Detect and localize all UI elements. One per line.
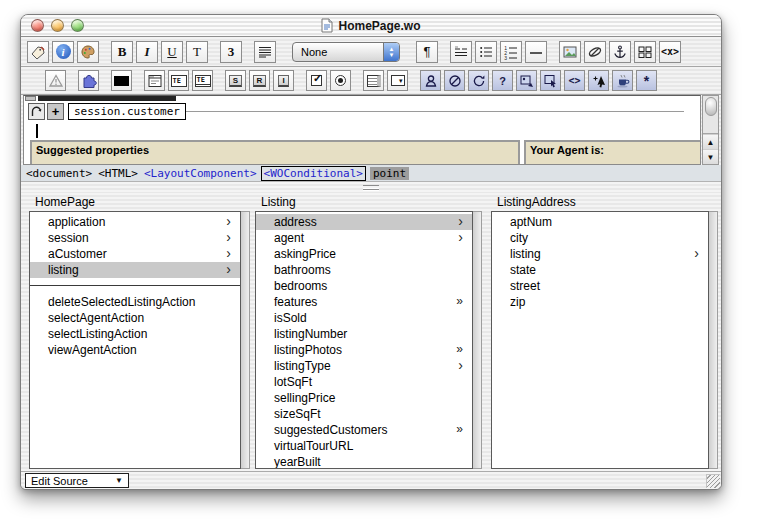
list-item[interactable]: bathrooms bbox=[256, 262, 472, 278]
column-scrollbar-track[interactable] bbox=[473, 211, 482, 469]
list-item[interactable]: listingType› bbox=[256, 358, 472, 374]
pointer-element-button[interactable] bbox=[588, 70, 609, 91]
scroll-up-button[interactable]: ▲ bbox=[703, 134, 718, 149]
list-item[interactable]: address› bbox=[256, 214, 472, 230]
column-scrollbar-track[interactable] bbox=[241, 211, 250, 469]
help-element-button[interactable]: ? bbox=[492, 70, 513, 91]
minimize-button[interactable] bbox=[51, 19, 64, 32]
list-item[interactable]: listingNumber bbox=[256, 326, 472, 342]
path-segment[interactable]: <HTML> bbox=[98, 167, 138, 180]
keypath-field[interactable]: session.customer bbox=[68, 103, 186, 120]
popup-element-button[interactable]: ▾ bbox=[387, 70, 408, 91]
alignment-button[interactable] bbox=[254, 41, 276, 63]
splitter-grip-icon[interactable] bbox=[363, 185, 379, 190]
form-button[interactable] bbox=[144, 70, 165, 91]
image-person-element-button[interactable] bbox=[516, 70, 537, 91]
bold-button[interactable]: B bbox=[111, 41, 133, 63]
definition-list-button[interactable] bbox=[450, 41, 472, 63]
numbered-list-button[interactable]: 123 bbox=[500, 41, 522, 63]
path-segment[interactable]: <WOConditional> bbox=[261, 166, 366, 181]
table-cell-suggested-properties[interactable]: Suggested properties bbox=[30, 140, 520, 165]
person-element-button[interactable] bbox=[420, 70, 441, 91]
text-field-button[interactable]: TE bbox=[168, 70, 189, 91]
info-button[interactable]: i bbox=[52, 41, 74, 63]
close-button[interactable] bbox=[31, 19, 44, 32]
trace-keypath-button[interactable] bbox=[28, 103, 45, 120]
window-resize-grip[interactable] bbox=[706, 474, 720, 488]
list-item[interactable]: session› bbox=[30, 230, 240, 246]
paragraph-style-popup[interactable]: None ▲▼ bbox=[292, 42, 400, 62]
input-button-element[interactable]: I bbox=[273, 70, 294, 91]
vertical-scrollbar[interactable]: ▲ ▼ bbox=[702, 95, 719, 165]
column-scrollbar-track[interactable] bbox=[709, 211, 718, 469]
submit-button-element[interactable]: S bbox=[225, 70, 246, 91]
scroll-down-button[interactable]: ▼ bbox=[703, 149, 718, 164]
wo-tag-element-button[interactable]: <> bbox=[564, 70, 585, 91]
list-item[interactable]: selectListingAction bbox=[30, 326, 240, 342]
text-area-button[interactable]: TE bbox=[192, 70, 213, 91]
list-item[interactable]: virtualTourURL bbox=[256, 438, 472, 454]
validation-button[interactable] bbox=[45, 70, 66, 91]
image-cursor-element-button[interactable] bbox=[540, 70, 561, 91]
editor-canvas[interactable]: + session.customer Suggested properties … bbox=[23, 95, 701, 165]
path-segment[interactable]: <document> bbox=[26, 167, 92, 180]
zoom-button[interactable] bbox=[71, 19, 84, 32]
radio-element-button[interactable] bbox=[330, 70, 351, 91]
list-item[interactable]: viewAgentAction bbox=[30, 342, 240, 358]
window-titlebar[interactable]: HomePage.wo bbox=[21, 15, 721, 37]
list-item[interactable]: suggestedCustomers» bbox=[256, 422, 472, 438]
list-item[interactable]: sellingPrice bbox=[256, 390, 472, 406]
list-item[interactable]: application› bbox=[30, 214, 240, 230]
horizontal-rule-button[interactable] bbox=[525, 41, 547, 63]
paragraph-button[interactable]: ¶ bbox=[416, 41, 438, 63]
italic-button[interactable]: I bbox=[136, 41, 158, 63]
teletype-button[interactable]: T bbox=[186, 41, 208, 63]
custom-element-button[interactable]: * bbox=[636, 70, 657, 91]
table-cell-your-agent[interactable]: Your Agent is: bbox=[524, 140, 701, 165]
anchor-button[interactable] bbox=[609, 41, 631, 63]
list-item[interactable]: listing› bbox=[30, 262, 240, 278]
checkbox-element-button[interactable]: ✓ bbox=[306, 70, 327, 91]
list-item-label: askingPrice bbox=[274, 247, 336, 261]
list-item[interactable]: street bbox=[492, 278, 708, 294]
list-item[interactable]: aptNum bbox=[492, 214, 708, 230]
edit-mode-popup[interactable]: Edit Source ▼ bbox=[25, 473, 129, 488]
component-button[interactable] bbox=[78, 70, 99, 91]
insert-image-button[interactable] bbox=[559, 41, 581, 63]
list-item[interactable]: agent› bbox=[256, 230, 472, 246]
list-item[interactable]: deleteSelectedListingAction bbox=[30, 294, 240, 310]
list-item[interactable]: listingPhotos» bbox=[256, 342, 472, 358]
list-item[interactable]: sizeSqFt bbox=[256, 406, 472, 422]
scrollbar-thumb[interactable] bbox=[705, 97, 717, 116]
reset-button-element[interactable]: R bbox=[249, 70, 270, 91]
list-item[interactable]: lotSqFt bbox=[256, 374, 472, 390]
path-segment[interactable]: <LayoutComponent> bbox=[144, 167, 257, 180]
frames-button[interactable] bbox=[634, 41, 656, 63]
list-item[interactable]: selectAgentAction bbox=[30, 310, 240, 326]
list-item[interactable]: bedrooms bbox=[256, 278, 472, 294]
list-item[interactable]: aCustomer› bbox=[30, 246, 240, 262]
list-item[interactable]: yearBuilt bbox=[256, 454, 472, 469]
list-item[interactable]: features» bbox=[256, 294, 472, 310]
list-item[interactable]: state bbox=[492, 262, 708, 278]
color-palette-button[interactable] bbox=[77, 41, 99, 63]
hyperlink-button[interactable] bbox=[584, 41, 606, 63]
tag-edit-button[interactable] bbox=[27, 41, 49, 63]
loop-element-button[interactable] bbox=[468, 70, 489, 91]
java-element-button[interactable] bbox=[612, 70, 633, 91]
list-item[interactable]: zip bbox=[492, 294, 708, 310]
path-segment[interactable]: point bbox=[370, 167, 409, 180]
heading-level-button[interactable]: 3 bbox=[220, 41, 242, 63]
bullet-list-button[interactable] bbox=[475, 41, 497, 63]
string-element-button[interactable] bbox=[111, 70, 132, 91]
pen-nib-element-button[interactable] bbox=[444, 70, 465, 91]
browser-element-button[interactable] bbox=[363, 70, 384, 91]
list-item[interactable]: askingPrice bbox=[256, 246, 472, 262]
add-keypath-button[interactable]: + bbox=[47, 103, 64, 120]
list-item[interactable]: isSold bbox=[256, 310, 472, 326]
underline-button[interactable]: U bbox=[161, 41, 183, 63]
list-item[interactable]: city bbox=[492, 230, 708, 246]
list-item[interactable]: listing› bbox=[492, 246, 708, 262]
pane-splitter[interactable] bbox=[21, 182, 721, 193]
custom-tag-button[interactable]: <x> bbox=[659, 41, 681, 63]
